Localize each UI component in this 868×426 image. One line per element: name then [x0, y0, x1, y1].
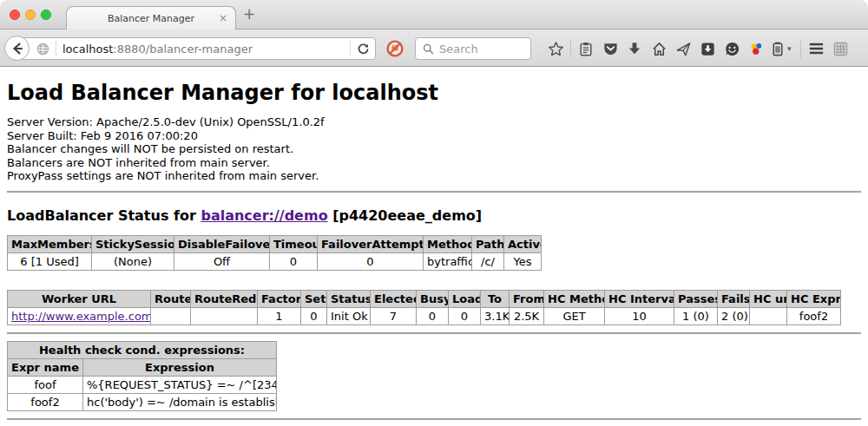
persist-note-line: Balancer changes will NOT be persisted o… [7, 142, 861, 156]
toolbar-separator [570, 39, 571, 58]
server-version-line: Server Version: Apache/2.5.0-dev (Unix) … [7, 115, 861, 129]
balancer-params-table: MaxMembers StickySession DisableFailover… [7, 235, 542, 271]
proxypass-note-line: ProxyPass settings are NOT inherited fro… [7, 169, 861, 183]
download-box-icon [700, 41, 716, 57]
balancer-status-heading: LoadBalancer Status for balancer://demo … [7, 207, 861, 224]
search-icon [423, 43, 434, 55]
page-title: Load Balancer Manager for localhost [7, 81, 861, 105]
toolbar-icons: ▾ [543, 36, 852, 61]
health-check-row: foof2 hc('body') =~ /domain is establish… [8, 393, 277, 410]
clipboard-icon [578, 41, 594, 57]
worker-table: Worker URL Route RouteRedir Factor Set S… [7, 290, 841, 325]
worker-row: http://www.example.com/ 1 0 Init Ok 7 0 … [8, 307, 841, 324]
server-built-line: Server Built: Feb 9 2016 07:00:20 [7, 129, 861, 143]
page-content: Load Balancer Manager for localhost Serv… [0, 81, 868, 420]
download-arrow-icon [627, 41, 642, 56]
section-divider-2 [7, 332, 861, 334]
tiles-button[interactable] [828, 36, 852, 61]
titlebar: Balancer Manager × + [0, 0, 868, 29]
new-tab-button[interactable]: + [243, 5, 255, 23]
worker-url-link[interactable]: http://www.example.com/ [11, 310, 151, 323]
smiley-icon [724, 41, 740, 57]
health-check-title-row: Health check cond. expressions: [8, 341, 277, 358]
server-info: Server Version: Apache/2.5.0-dev (Unix) … [7, 115, 861, 183]
close-window-button[interactable] [10, 10, 20, 20]
pocket-button[interactable] [598, 36, 622, 61]
url-divider [56, 41, 56, 56]
toolbar-separator-2 [800, 39, 801, 58]
url-text: localhost:8880/balancer-manager [62, 43, 253, 56]
plugin-blocked-icon [386, 40, 404, 57]
section-divider-3 [7, 418, 861, 420]
plugin-blocked-button[interactable] [386, 40, 404, 61]
minimize-window-button[interactable] [25, 10, 36, 20]
tab-balancer-manager[interactable]: Balancer Manager × [66, 6, 236, 30]
extension-balls-button[interactable] [744, 36, 768, 61]
home-button[interactable] [647, 36, 671, 61]
download-manager-button[interactable] [695, 36, 720, 61]
pocket-icon [602, 41, 619, 57]
url-divider-right [350, 41, 351, 56]
send-tab-button[interactable] [671, 36, 695, 61]
clipboard-button[interactable] [574, 36, 598, 61]
balancer-demo-link[interactable]: balancer://demo [201, 207, 327, 224]
bookmark-star-icon [548, 41, 564, 57]
container-icon [771, 41, 785, 57]
send-plane-icon [675, 41, 692, 57]
navigation-toolbar: localhost:8880/balancer-manager Search [0, 29, 868, 67]
inherit-note-line: Balancers are NOT inherited from main se… [7, 156, 861, 170]
tab-title: Balancer Manager [108, 13, 194, 24]
section-divider-1 [7, 191, 861, 193]
balancer-params-header-row: MaxMembers StickySession DisableFailover… [8, 235, 542, 252]
feedback-button[interactable] [720, 36, 744, 61]
tab-close-icon[interactable]: × [219, 13, 227, 23]
caret-down-icon[interactable]: ▾ [787, 44, 798, 53]
back-icon [10, 42, 24, 56]
health-check-title: Health check cond. expressions: [8, 341, 277, 358]
home-icon [651, 41, 667, 57]
reload-icon[interactable] [357, 43, 370, 56]
zoom-window-button[interactable] [41, 10, 51, 20]
globe-icon [36, 43, 49, 56]
tiles-icon [832, 41, 849, 57]
search-input[interactable]: Search [415, 37, 531, 60]
search-placeholder: Search [439, 43, 478, 56]
menu-button[interactable] [804, 36, 828, 61]
url-bar[interactable]: localhost:8880/balancer-manager [16, 37, 376, 60]
back-button[interactable] [4, 36, 30, 61]
worker-header-row: Worker URL Route RouteRedir Factor Set S… [8, 290, 841, 307]
health-check-row: foof %{REQUEST_STATUS} =~ /^[234]/ [8, 376, 277, 393]
bookmark-star-button[interactable] [543, 36, 568, 61]
downloads-button[interactable] [622, 36, 647, 61]
menu-icon [808, 42, 825, 56]
health-check-table: Health check cond. expressions: Expr nam… [7, 341, 277, 411]
container-button[interactable] [768, 36, 787, 61]
health-check-header-row: Expr name Expression [8, 358, 277, 376]
balancer-params-row: 6 [1 Used] (None) Off 0 0 bytraffic /c/ … [8, 252, 542, 270]
color-balls-icon [748, 41, 765, 57]
